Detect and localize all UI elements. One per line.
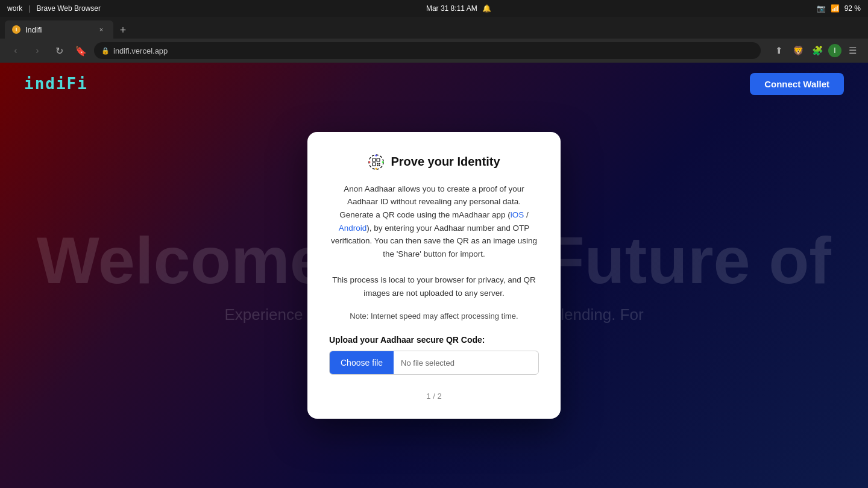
- svg-rect-5: [379, 163, 380, 164]
- svg-rect-1: [373, 158, 376, 161]
- svg-point-9: [382, 161, 384, 163]
- os-bar-left: work | Brave Web Browser: [7, 4, 101, 13]
- svg-point-0: [369, 155, 383, 169]
- svg-rect-4: [377, 163, 379, 164]
- identity-icon: [368, 154, 385, 170]
- svg-point-10: [376, 154, 377, 156]
- modal-pagination: 1 / 2: [329, 392, 539, 401]
- svg-rect-7: [379, 164, 380, 166]
- workspace-label: work: [7, 4, 22, 13]
- file-name-display: No file selected: [394, 358, 538, 368]
- brave-shield-icon[interactable]: 🦁: [790, 42, 807, 59]
- tab-title: Indifi: [25, 25, 42, 34]
- profile-icon[interactable]: I: [828, 44, 841, 57]
- upload-label: Upload your Aadhaar secure QR Code:: [329, 335, 539, 345]
- new-tab-button[interactable]: +: [115, 22, 131, 39]
- share-icon[interactable]: ⬆: [770, 42, 787, 59]
- modal-note: Note: Internet speed may affect processi…: [329, 311, 539, 321]
- menu-button[interactable]: ☰: [844, 42, 861, 59]
- privacy-note: This process is local to your browser fo…: [329, 274, 539, 299]
- svg-rect-6: [377, 164, 379, 166]
- lock-icon: 🔒: [101, 47, 110, 55]
- battery-label: 92 %: [844, 4, 861, 13]
- alarm-icon: 🔔: [482, 4, 491, 13]
- tab-bar: I Indifi × +: [0, 17, 868, 39]
- modal-description: Anon Aadhaar allows you to create a proo…: [329, 183, 539, 261]
- extensions-icon[interactable]: 🧩: [809, 42, 826, 59]
- browser-name: Brave Web Browser: [36, 4, 100, 13]
- svg-point-11: [376, 167, 377, 169]
- svg-rect-2: [377, 158, 380, 161]
- back-button[interactable]: ‹: [7, 42, 24, 59]
- modal-body: Anon Aadhaar allows you to create a proo…: [329, 183, 539, 299]
- os-bar-right: 📷 📶 92 %: [817, 4, 861, 13]
- modal-header: Prove your Identity: [329, 154, 539, 170]
- forward-button[interactable]: ›: [29, 42, 46, 59]
- bookmark-button[interactable]: 🔖: [72, 42, 89, 59]
- nav-bar: ‹ › ↻ 🔖 🔒 indifi.vercel.app ⬆ 🦁 🧩 I ☰: [0, 39, 868, 63]
- tab-close-button[interactable]: ×: [96, 25, 106, 34]
- file-input-row: Choose file No file selected: [329, 351, 539, 375]
- modal-title: Prove your Identity: [391, 155, 500, 169]
- ios-link[interactable]: iOS: [511, 210, 524, 219]
- datetime-label: Mar 31 8:11 AM: [426, 4, 477, 13]
- os-bar-center: Mar 31 8:11 AM 🔔: [426, 4, 491, 13]
- browser-tab[interactable]: I Indifi ×: [5, 20, 113, 39]
- wifi-icon: 📶: [831, 4, 840, 13]
- browser-chrome: I Indifi × + ‹ › ↻ 🔖 🔒 indifi.vercel.app…: [0, 17, 868, 63]
- nav-icons: ⬆ 🦁 🧩 I ☰: [770, 42, 861, 59]
- os-bar: work | Brave Web Browser Mar 31 8:11 AM …: [0, 0, 868, 17]
- reload-button[interactable]: ↻: [51, 42, 68, 59]
- url-display: indifi.vercel.app: [113, 46, 168, 55]
- address-bar[interactable]: 🔒 indifi.vercel.app: [94, 42, 761, 59]
- identity-modal: Prove your Identity Anon Aadhaar allows …: [307, 132, 561, 419]
- tab-favicon: I: [12, 25, 20, 34]
- svg-rect-3: [373, 163, 376, 166]
- modal-overlay: Prove your Identity Anon Aadhaar allows …: [0, 63, 868, 488]
- svg-point-8: [369, 161, 371, 163]
- android-link[interactable]: Android: [339, 224, 367, 233]
- camera-icon: 📷: [817, 4, 826, 13]
- choose-file-button[interactable]: Choose file: [330, 351, 394, 374]
- page-background: Welcome to the Future of Experience the …: [0, 63, 868, 488]
